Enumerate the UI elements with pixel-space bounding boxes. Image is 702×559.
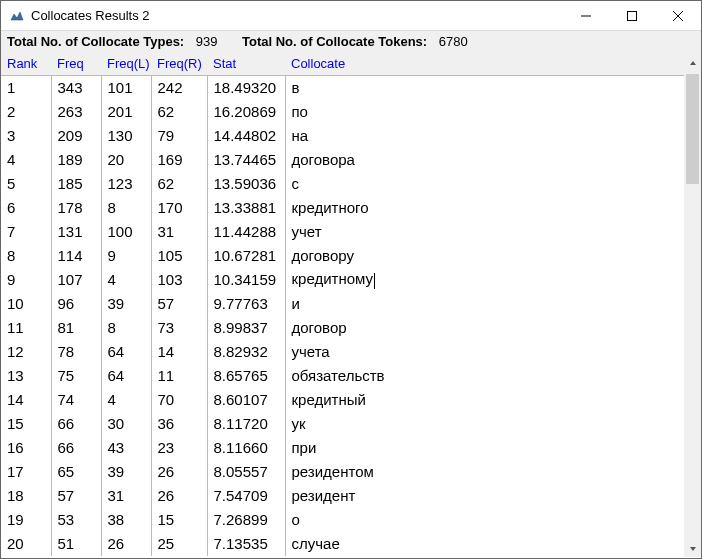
cell-rank[interactable]: 2 [1,100,51,124]
cell-freqr[interactable]: 23 [151,436,207,460]
cell-freql[interactable]: 38 [101,508,151,532]
cell-stat[interactable]: 9.77763 [207,292,285,316]
cell-collocate[interactable]: учет [285,220,684,244]
cell-freql[interactable]: 20 [101,148,151,172]
cell-collocate[interactable]: резидентом [285,460,684,484]
cell-stat[interactable]: 13.33881 [207,196,285,220]
cell-stat[interactable]: 8.99837 [207,316,285,340]
scroll-thumb[interactable] [686,74,699,184]
cell-freq[interactable]: 81 [51,316,101,340]
cell-stat[interactable]: 8.60107 [207,388,285,412]
cell-collocate[interactable]: кредитного [285,196,684,220]
cell-collocate[interactable]: кредитный [285,388,684,412]
cell-freql[interactable]: 39 [101,460,151,484]
cell-stat[interactable]: 13.74465 [207,148,285,172]
table-row[interactable]: 32091307914.44802на [1,124,684,148]
cell-rank[interactable]: 6 [1,196,51,220]
cell-freqr[interactable]: 31 [151,220,207,244]
cell-freq[interactable]: 57 [51,484,101,508]
cell-collocate[interactable]: и [285,292,684,316]
cell-rank[interactable]: 7 [1,220,51,244]
scroll-down-icon[interactable] [684,540,701,557]
cell-rank[interactable]: 16 [1,436,51,460]
cell-rank[interactable]: 9 [1,268,51,292]
cell-freql[interactable]: 4 [101,268,151,292]
cell-freq[interactable]: 66 [51,412,101,436]
cell-freqr[interactable]: 25 [151,532,207,556]
cell-freql[interactable]: 9 [101,244,151,268]
cell-freqr[interactable]: 26 [151,460,207,484]
cell-freqr[interactable]: 62 [151,100,207,124]
cell-rank[interactable]: 5 [1,172,51,196]
cell-stat[interactable]: 10.34159 [207,268,285,292]
cell-freql[interactable]: 8 [101,196,151,220]
cell-freql[interactable]: 64 [101,340,151,364]
cell-stat[interactable]: 11.44288 [207,220,285,244]
table-row[interactable]: 134310124218.49320в [1,76,684,100]
cell-stat[interactable]: 7.54709 [207,484,285,508]
col-freq[interactable]: Freq [51,54,101,76]
cell-rank[interactable]: 11 [1,316,51,340]
cell-stat[interactable]: 10.67281 [207,244,285,268]
cell-collocate[interactable]: учета [285,340,684,364]
cell-freql[interactable]: 31 [101,484,151,508]
cell-freqr[interactable]: 105 [151,244,207,268]
cell-freq[interactable]: 114 [51,244,101,268]
table-row[interactable]: 195338157.26899о [1,508,684,532]
table-row[interactable]: 71311003111.44288учет [1,220,684,244]
cell-rank[interactable]: 18 [1,484,51,508]
cell-freqr[interactable]: 14 [151,340,207,364]
cell-rank[interactable]: 10 [1,292,51,316]
cell-stat[interactable]: 13.59036 [207,172,285,196]
cell-stat[interactable]: 8.82932 [207,340,285,364]
cell-freql[interactable]: 201 [101,100,151,124]
col-rank[interactable]: Rank [1,54,51,76]
cell-collocate[interactable]: на [285,124,684,148]
cell-stat[interactable]: 7.13535 [207,532,285,556]
col-freql[interactable]: Freq(L) [101,54,151,76]
cell-freq[interactable]: 189 [51,148,101,172]
cell-freq[interactable]: 185 [51,172,101,196]
cell-rank[interactable]: 14 [1,388,51,412]
table-row[interactable]: 14744708.60107кредитный [1,388,684,412]
cell-freq[interactable]: 107 [51,268,101,292]
cell-freq[interactable]: 209 [51,124,101,148]
cell-collocate[interactable]: при [285,436,684,460]
cell-freqr[interactable]: 57 [151,292,207,316]
cell-rank[interactable]: 13 [1,364,51,388]
cell-stat[interactable]: 7.26899 [207,508,285,532]
cell-stat[interactable]: 8.05557 [207,460,285,484]
cell-freql[interactable]: 39 [101,292,151,316]
cell-freq[interactable]: 65 [51,460,101,484]
table-row[interactable]: 166643238.11660при [1,436,684,460]
cell-stat[interactable]: 8.65765 [207,364,285,388]
cell-freq[interactable]: 343 [51,76,101,100]
cell-freqr[interactable]: 79 [151,124,207,148]
cell-freql[interactable]: 130 [101,124,151,148]
cell-freqr[interactable]: 169 [151,148,207,172]
cell-freq[interactable]: 53 [51,508,101,532]
cell-freql[interactable]: 8 [101,316,151,340]
cell-rank[interactable]: 1 [1,76,51,100]
cell-freq[interactable]: 131 [51,220,101,244]
table-row[interactable]: 22632016216.20869по [1,100,684,124]
maximize-button[interactable] [609,1,655,31]
cell-rank[interactable]: 17 [1,460,51,484]
cell-freq[interactable]: 74 [51,388,101,412]
cell-stat[interactable]: 18.49320 [207,76,285,100]
table-row[interactable]: 41892016913.74465договора [1,148,684,172]
cell-freqr[interactable]: 103 [151,268,207,292]
close-button[interactable] [655,1,701,31]
table-row[interactable]: 156630368.11720ук [1,412,684,436]
cell-rank[interactable]: 20 [1,532,51,556]
cell-collocate[interactable]: обязательств [285,364,684,388]
cell-freql[interactable]: 43 [101,436,151,460]
table-row[interactable]: 51851236213.59036с [1,172,684,196]
col-stat[interactable]: Stat [207,54,285,76]
cell-stat[interactable]: 14.44802 [207,124,285,148]
cell-collocate[interactable]: с [285,172,684,196]
minimize-button[interactable] [563,1,609,31]
cell-collocate[interactable]: ук [285,412,684,436]
cell-freq[interactable]: 78 [51,340,101,364]
table-row[interactable]: 8114910510.67281договору [1,244,684,268]
